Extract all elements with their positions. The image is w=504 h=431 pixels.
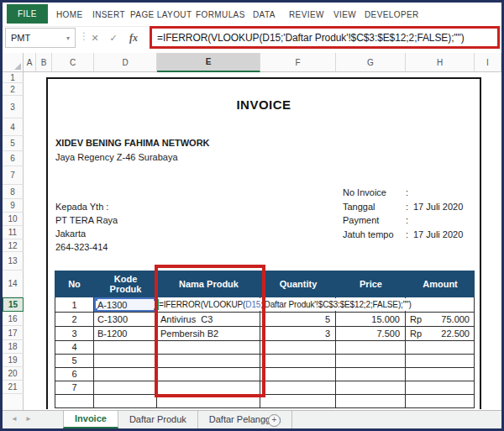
sheet-nav-forward-icon[interactable]: ► (25, 415, 32, 423)
cell-row21-amount[interactable] (406, 381, 475, 395)
recipient-city[interactable]: Jakarta (55, 229, 86, 239)
cell-row21-kode[interactable] (94, 381, 157, 395)
ribbon-tab-home[interactable]: HOME (56, 10, 83, 19)
row-header-2[interactable]: 2 (3, 83, 24, 96)
cell-row20-nama[interactable] (157, 367, 260, 381)
row-header-19[interactable]: 19 (3, 354, 24, 367)
row-header-8[interactable]: 8 (3, 185, 24, 199)
select-all-button[interactable] (3, 53, 24, 72)
cell-row18-amount[interactable] (406, 340, 475, 355)
cell-row16-no[interactable]: 2 (55, 312, 94, 327)
column-header-B[interactable]: B (36, 53, 52, 72)
formula-bar-input[interactable]: =IFERROR(VLOOKUP(D15;'Daftar Produk'!$C$… (150, 26, 500, 49)
ribbon-tab-data[interactable]: DATA (253, 10, 276, 19)
table-header-kode-produk[interactable]: Kode Produk (94, 271, 157, 297)
ribbon-tab-page-layout[interactable]: PAGE LAYOUT (130, 10, 192, 19)
meta-label-jatuh-tempo[interactable]: Jatuh tempo (343, 229, 394, 239)
cell-row19-qty[interactable] (260, 354, 336, 368)
cell-row16-nama[interactable]: Antivirus C3 (157, 312, 260, 327)
table-header-amount[interactable]: Amount (406, 271, 475, 297)
sheet-tab-daftar-produk[interactable]: Daftar Produk (118, 411, 198, 428)
column-header-G[interactable]: G (336, 53, 406, 72)
cell-row22-nama[interactable] (157, 394, 260, 408)
ribbon-tab-insert[interactable]: INSERT (92, 10, 125, 19)
cell-row21-nama[interactable] (157, 381, 260, 395)
cell-row18-price[interactable] (336, 340, 406, 355)
cell-row17-qty[interactable]: 3 (260, 326, 336, 341)
cell-row22-price[interactable] (336, 394, 406, 408)
meta-label-no-invoice[interactable]: No Invoice (343, 187, 386, 197)
row-header-5[interactable]: 5 (3, 136, 24, 151)
cell-row22-kode[interactable] (94, 394, 157, 408)
cell-row22-qty[interactable] (260, 394, 336, 408)
cell-row18-no[interactable]: 4 (55, 340, 94, 355)
company-address[interactable]: Jaya Regency Z-46 Surabaya (55, 152, 178, 162)
table-header-quantity[interactable]: Quantity (260, 271, 336, 297)
cell-row17-kode[interactable]: B-1200 (94, 326, 157, 341)
column-header-F[interactable]: F (260, 53, 336, 72)
row-header-4[interactable]: 4 (3, 118, 24, 136)
cell-row20-no[interactable]: 6 (55, 367, 94, 381)
table-header-no[interactable]: No (55, 271, 94, 297)
meta-value-tanggal[interactable]: 17 Juli 2020 (413, 202, 463, 212)
cell-row21-price[interactable] (336, 381, 406, 395)
cancel-icon[interactable]: ✕ (87, 28, 102, 48)
cell-row20-amount[interactable] (406, 367, 475, 381)
insert-function-icon[interactable]: fx (124, 28, 143, 48)
enter-icon[interactable]: ✓ (106, 28, 121, 48)
ribbon-tab-file[interactable]: FILE (7, 4, 48, 24)
row-header-13[interactable]: 13 (3, 252, 24, 271)
cell-row21-no[interactable]: 7 (55, 381, 94, 395)
ribbon-tab-formulas[interactable]: FORMULAS (196, 10, 245, 19)
column-header-I[interactable]: I (475, 53, 501, 72)
cell-row17-amount[interactable]: Rp22.500 (406, 326, 475, 341)
cell-row18-kode[interactable] (94, 340, 157, 355)
new-sheet-button[interactable]: + (268, 414, 281, 427)
row-header-16[interactable]: 16 (3, 312, 24, 326)
cell-formula-editor[interactable]: =IFERROR(VLOOKUP(D15;'Daftar Produk'!$C$… (159, 298, 412, 311)
row-header-21[interactable]: 21 (3, 381, 24, 394)
cell-row16-amount[interactable]: Rp75.000 (406, 312, 475, 327)
table-header-price[interactable]: Price (336, 271, 406, 297)
recipient-phone[interactable]: 264-323-414 (55, 242, 108, 252)
cell-row15-amount[interactable] (406, 297, 475, 313)
sheet-nav-back-icon[interactable]: ◄ (11, 415, 18, 423)
column-header-E[interactable]: E (157, 53, 260, 72)
invoice-title[interactable]: INVOICE (46, 97, 481, 112)
row-header-1[interactable]: 1 (3, 72, 24, 83)
column-header-A[interactable]: A (24, 53, 36, 72)
cell-row16-price[interactable]: 15.000 (336, 312, 406, 327)
cell-row19-price[interactable] (336, 354, 406, 368)
meta-label-payment[interactable]: Payment (343, 215, 379, 225)
cell-row17-no[interactable]: 3 (55, 326, 94, 341)
cell-row17-price[interactable]: 7.500 (336, 326, 406, 341)
cell-row19-kode[interactable] (94, 354, 157, 368)
ribbon-tab-view[interactable]: VIEW (333, 10, 356, 19)
cell-row18-nama[interactable] (157, 340, 260, 355)
cell-row19-nama[interactable] (157, 354, 260, 368)
chevron-down-icon[interactable]: ▾ (66, 34, 70, 42)
ribbon-tab-developer[interactable]: DEVELOPER (365, 10, 419, 19)
row-header-9[interactable]: 9 (3, 199, 24, 213)
row-header-11[interactable]: 11 (3, 226, 24, 239)
cell-row20-kode[interactable] (94, 367, 157, 381)
row-header-18[interactable]: 18 (3, 340, 24, 354)
name-box[interactable]: PMT ▾ (5, 28, 76, 48)
recipient-name[interactable]: PT TERA Raya (55, 215, 118, 225)
row-header-20[interactable]: 20 (3, 367, 24, 381)
row-header-14[interactable]: 14 (3, 271, 24, 297)
meta-value-jatuh-tempo[interactable]: 17 Juli 2020 (413, 229, 463, 239)
meta-label-tanggal[interactable]: Tanggal (343, 202, 375, 212)
cell-row19-amount[interactable] (406, 354, 475, 368)
cell-row20-qty[interactable] (260, 367, 336, 381)
recipient-label[interactable]: Kepada Yth : (55, 202, 108, 212)
sheet-tab-invoice[interactable]: Invoice (63, 411, 118, 428)
table-header-nama-produk[interactable]: Nama Produk (157, 271, 260, 297)
cell-row20-price[interactable] (336, 367, 406, 381)
cell-row18-qty[interactable] (260, 340, 336, 355)
company-name[interactable]: XIDEV BENING FAHIMA NETWORK (55, 138, 210, 148)
column-header-D[interactable]: D (94, 53, 157, 72)
cell-row22-no[interactable] (55, 394, 94, 408)
row-header-15[interactable]: 15 (3, 297, 24, 312)
ribbon-tab-review[interactable]: REVIEW (289, 10, 324, 19)
